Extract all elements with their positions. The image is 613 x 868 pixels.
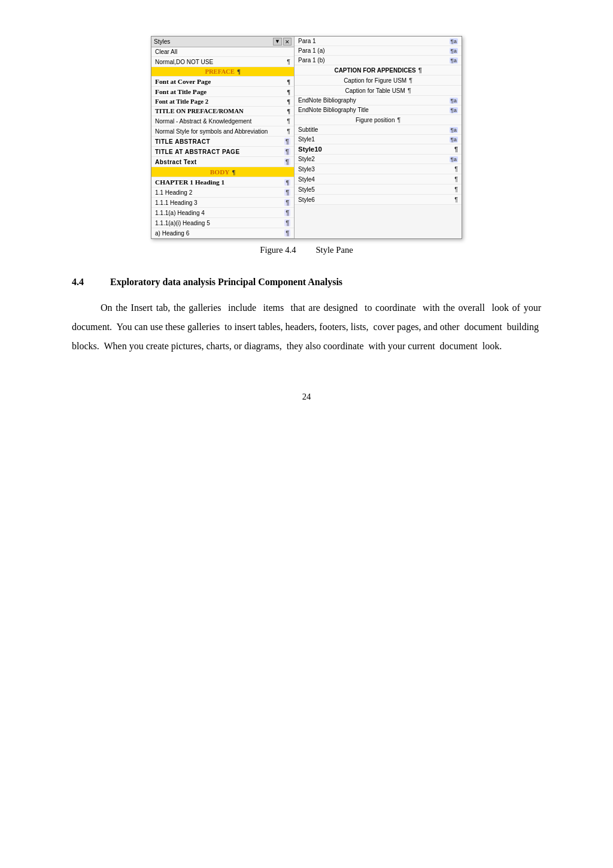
style-label: 1.1 Heading 2 [155,189,192,196]
style-marker: ¶ [284,138,290,145]
style-label: Caption for Figure USM [344,77,406,84]
style-marker: ¶ [287,58,290,65]
style-marker: ¶ [409,77,412,84]
style-item[interactable]: Style3 ¶ [295,164,462,174]
style-marker: ¶a [450,137,458,143]
styles-panel-title: Styles [154,38,170,45]
style-label: 1.1.1 Heading 3 [155,199,198,206]
style-item[interactable]: Style10 ¶ [295,144,462,155]
style-marker: ¶ [284,209,290,216]
style-marker: ¶a [450,107,458,113]
style-marker: ¶a [450,98,458,104]
style-item[interactable]: Style2 ¶a [295,155,462,164]
styles-panel-controls[interactable]: ▼ ✕ [273,38,292,46]
style-label: 1.1.1(a)(i) Heading 5 [155,220,210,226]
style-label: Normal - Abstract & Knowledgement [155,118,251,125]
style-item[interactable]: Caption for Figure USM ¶ [295,75,462,86]
style-marker: ¶a [450,38,458,44]
style-label: Normal Style for symbols and Abbreviatio… [155,128,268,135]
style-marker: ¶ [237,68,241,75]
style-marker: ¶a [450,156,458,162]
styles-panel: Styles ▼ ✕ Clear All Normal,DO NOT USE ¶ [151,36,462,239]
style-item[interactable]: a) Heading 6 ¶ [151,228,294,238]
style-marker: ¶ [454,176,458,183]
style-marker: ¶ [408,87,411,94]
style-label: Para 1 (a) [298,47,324,54]
style-label: Para 1 [298,38,315,44]
style-label: Subtitle [298,126,318,133]
style-marker: ¶ [287,89,290,95]
style-marker: ¶ [284,219,290,226]
styles-panel-header[interactable]: Styles ▼ ✕ [151,37,294,47]
style-label: Style2 [298,156,315,162]
style-marker: ¶ [454,165,458,173]
style-item[interactable]: Font at Title Page ¶ [151,87,294,97]
style-item[interactable]: Para 1 (b) ¶a [295,56,462,65]
style-item[interactable]: Normal - Abstract & Knowledgement ¶ [151,116,294,126]
style-item[interactable]: Clear All [151,47,294,57]
figure-caption-text: Style Pane [315,245,353,255]
style-item[interactable]: EndNote Bibliography Title ¶a [295,105,462,115]
style-item[interactable]: Subtitle ¶a [295,125,462,135]
style-item[interactable]: TITLE ON PREFACE/ROMAN ¶ [151,107,294,116]
style-item[interactable]: 1.1.1(a)(i) Heading 5 ¶ [151,218,294,228]
style-item-caption-appendices[interactable]: CAPTION FOR APPENDICES ¶ [295,65,462,75]
style-marker: ¶a [450,48,458,54]
figure-4-4: Styles ▼ ✕ Clear All Normal,DO NOT USE ¶ [72,36,541,255]
style-marker: ¶ [287,117,290,125]
style-marker: ¶ [284,179,290,186]
style-marker: ¶ [284,229,290,237]
section-title: Exploratory data analysis Principal Comp… [110,277,342,288]
style-marker: ¶ [284,148,290,155]
style-item[interactable]: Style4 ¶ [295,174,462,185]
style-item[interactable]: Font at Title Page 2 ¶ [151,97,294,107]
style-label: Font at Title Page [155,88,207,95]
styles-right-panel: Para 1 ¶a Para 1 (a) ¶a Para 1 (b) ¶a CA… [295,37,462,238]
style-label: TITLE AT ABSTRACT PAGE [155,149,240,155]
style-item[interactable]: EndNote Bibliography ¶a [295,96,462,105]
style-item[interactable]: Para 1 (a) ¶a [295,46,462,56]
style-item[interactable]: Style1 ¶a [295,135,462,144]
style-item[interactable]: TITLE AT ABSTRACT PAGE ¶ [151,147,294,157]
style-label: Caption for Table USM [345,87,405,94]
style-marker: ¶ [287,78,290,85]
style-item[interactable]: Normal,DO NOT USE ¶ [151,57,294,67]
style-item[interactable]: TITLE ABSTRACT ¶ [151,137,294,147]
style-label: Para 1 (b) [298,57,324,63]
style-label: TITLE ABSTRACT [155,138,210,145]
style-item[interactable]: CHAPTER 1 Heading 1 ¶ [151,177,294,187]
pin-button[interactable]: ▼ [273,38,282,46]
style-marker: ¶ [287,128,290,135]
style-item[interactable]: Caption for Table USM ¶ [295,86,462,96]
style-item[interactable]: Style5 ¶ [295,185,462,195]
figure-caption-label: Figure 4.4 [260,245,296,255]
style-label: Figure position [356,117,395,123]
style-label: Clear All [155,49,177,55]
style-item-body[interactable]: BODY ¶ [151,167,294,177]
style-marker: ¶ [284,189,290,196]
close-button[interactable]: ✕ [283,38,292,46]
style-item[interactable]: 1.1 Heading 2 ¶ [151,187,294,198]
style-item[interactable]: Para 1 ¶a [295,37,462,46]
style-item[interactable]: Font at Cover Page ¶ [151,77,294,87]
style-marker: ¶ [454,186,458,193]
style-label: a) Heading 6 [155,230,189,237]
style-label: Style3 [298,166,315,173]
style-item[interactable]: Figure position ¶ [295,115,462,125]
style-item[interactable]: Style6 ¶ [295,195,462,205]
section-4-4: 4.4 Exploratory data analysis Principal … [72,277,541,356]
style-label: Font at Cover Page [155,78,211,85]
section-heading: 4.4 Exploratory data analysis Principal … [72,277,541,288]
figure-caption: Figure 4.4 Style Pane [260,245,353,255]
page-number: 24 [72,392,541,402]
style-item[interactable]: Normal Style for symbols and Abbreviatio… [151,126,294,137]
style-item[interactable]: Abstract Text ¶ [151,157,294,167]
section-number: 4.4 [72,277,96,288]
page: Styles ▼ ✕ Clear All Normal,DO NOT USE ¶ [0,0,613,868]
style-label: CAPTION FOR APPENDICES [334,67,415,74]
style-label: Font at Title Page 2 [155,98,208,105]
style-item-preface[interactable]: PREFACE ¶ [151,67,294,77]
style-item[interactable]: 1.1.1 Heading 3 ¶ [151,198,294,208]
style-item[interactable]: 1.1.1(a) Heading 4 ¶ [151,208,294,218]
style-label: Normal,DO NOT USE [155,59,213,65]
